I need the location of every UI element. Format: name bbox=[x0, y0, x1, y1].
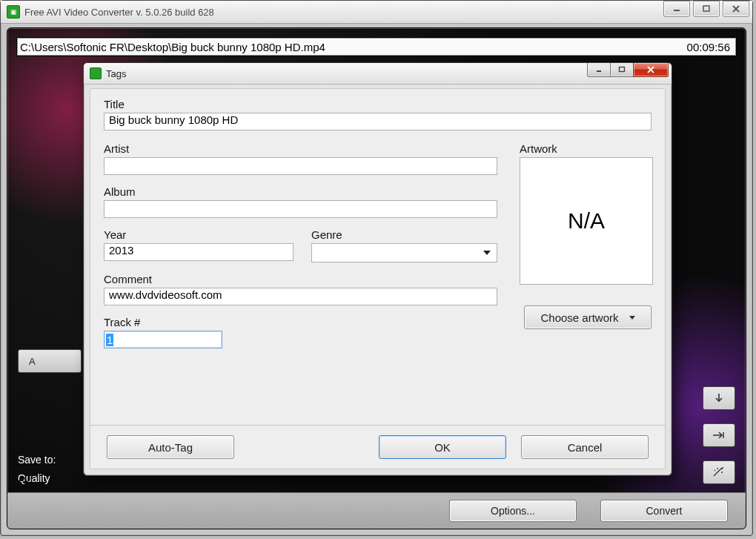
dialog-titlebar: Tags bbox=[84, 63, 672, 85]
dialog-close-button[interactable] bbox=[633, 63, 669, 77]
browse-folder-button[interactable] bbox=[703, 423, 735, 447]
artist-label: Artist bbox=[104, 142, 497, 155]
title-label: Title bbox=[104, 98, 651, 110]
main-window-title: Free AVI Video Converter v. 5.0.26 build… bbox=[24, 7, 214, 18]
chevron-down-icon bbox=[483, 251, 491, 255]
dialog-footer: Auto-Tag OK Cancel bbox=[90, 425, 665, 469]
move-down-button[interactable] bbox=[703, 386, 735, 410]
app-icon: ▣ bbox=[7, 5, 20, 19]
dialog-body: Title Big buck bunny 1080p HD Artist Alb… bbox=[90, 88, 666, 469]
choose-artwork-button[interactable]: Choose artwork bbox=[524, 305, 651, 329]
convert-button[interactable]: Convert bbox=[600, 500, 728, 522]
album-label: Album bbox=[104, 185, 497, 198]
dialog-minimize-button[interactable] bbox=[587, 63, 611, 77]
add-files-button[interactable]: A bbox=[18, 349, 82, 373]
artist-input[interactable] bbox=[104, 157, 497, 175]
dialog-app-icon bbox=[90, 67, 102, 79]
file-path-bar[interactable]: C:\Users\Softonic FR\Desktop\Big buck bu… bbox=[16, 37, 737, 56]
file-path-text: C:\Users\Softonic FR\Desktop\Big buck bu… bbox=[20, 41, 325, 53]
minimize-button[interactable] bbox=[663, 1, 690, 17]
main-titlebar: ▣ Free AVI Video Converter v. 5.0.26 bui… bbox=[1, 1, 752, 24]
title-input[interactable]: Big buck bunny 1080p HD bbox=[104, 113, 651, 130]
auto-tag-button[interactable]: Auto-Tag bbox=[107, 435, 234, 459]
comment-input[interactable]: www.dvdvideosoft.com bbox=[104, 288, 497, 305]
svg-rect-5 bbox=[620, 67, 625, 72]
footer-bar: Options... Convert bbox=[7, 492, 746, 529]
artwork-preview: N/A bbox=[520, 157, 653, 285]
dialog-title: Tags bbox=[106, 68, 126, 79]
cancel-button[interactable]: Cancel bbox=[521, 435, 649, 459]
artwork-label: Artwork bbox=[520, 142, 651, 155]
genre-label: Genre bbox=[311, 228, 497, 241]
close-button[interactable] bbox=[723, 1, 749, 17]
ok-button[interactable]: OK bbox=[379, 435, 506, 459]
chevron-down-icon bbox=[629, 316, 635, 320]
quality-combobox[interactable]: AVI bbox=[18, 474, 33, 486]
album-input[interactable] bbox=[104, 200, 497, 218]
comment-label: Comment bbox=[104, 273, 497, 285]
wand-button[interactable] bbox=[703, 460, 735, 484]
dialog-maximize-button[interactable] bbox=[610, 63, 634, 77]
year-label: Year bbox=[104, 228, 294, 241]
track-input[interactable]: 1 bbox=[104, 331, 222, 348]
genre-select[interactable] bbox=[311, 243, 497, 262]
save-to-label: Save to: bbox=[18, 454, 56, 466]
maximize-button[interactable] bbox=[693, 1, 720, 17]
track-label: Track # bbox=[104, 316, 222, 328]
year-input[interactable]: 2013 bbox=[104, 243, 294, 261]
tags-dialog: Tags Title Big buck bunny 1080p HD bbox=[83, 62, 672, 476]
svg-rect-1 bbox=[703, 6, 709, 11]
options-button[interactable]: Options... bbox=[449, 500, 577, 522]
file-duration: 00:09:56 bbox=[687, 41, 730, 53]
